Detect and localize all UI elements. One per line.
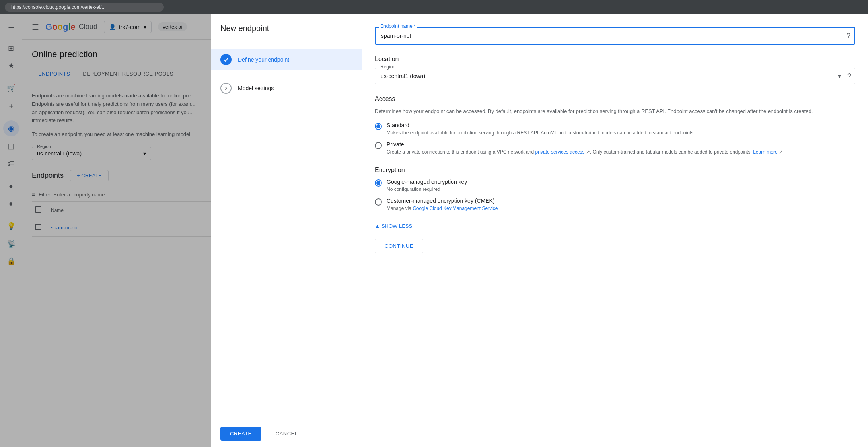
region-select-wrapper: Region us-central1 (Iowa) ▾ ?: [375, 68, 855, 84]
location-title: Location: [375, 56, 855, 63]
step-2-indicator: 2: [220, 83, 232, 94]
form-panel: Endpoint name * ? Location Region us-cen…: [362, 14, 868, 447]
wizard-actions: CREATE CANCEL: [211, 420, 362, 447]
continue-button[interactable]: CONTINUE: [375, 239, 423, 253]
encryption-cmek-text: Customer-managed encryption key (CMEK) M…: [387, 198, 498, 212]
access-radio-group: Standard Makes the endpoint available fo…: [375, 122, 855, 155]
encryption-cmek-desc: Manage via Google Cloud Key Management S…: [387, 205, 498, 212]
learn-more-link[interactable]: Learn more: [753, 149, 777, 155]
wizard-steps: Define your endpoint 2 Model settings: [211, 43, 362, 420]
access-description: Determines how your endpoint can be acce…: [375, 107, 855, 116]
encryption-cmek-label: Customer-managed encryption key (CMEK): [387, 198, 498, 204]
access-private-option[interactable]: Private Create a private connection to t…: [375, 141, 855, 155]
endpoint-name-section: Endpoint name * ?: [375, 27, 855, 45]
wizard-step-2[interactable]: 2 Model settings: [211, 78, 362, 99]
access-standard-desc: Makes the endpoint available for predict…: [387, 129, 695, 136]
endpoint-name-help-icon[interactable]: ?: [847, 32, 850, 40]
wizard-header: New endpoint: [211, 14, 362, 43]
region-select-label: Region: [379, 64, 397, 70]
step-2-label: Model settings: [238, 85, 274, 91]
access-standard-option[interactable]: Standard Makes the endpoint available fo…: [375, 122, 855, 136]
encryption-google-radio[interactable]: [375, 179, 382, 187]
endpoint-name-field-wrapper: Endpoint name * ?: [375, 27, 855, 45]
step-1-indicator: [220, 54, 232, 65]
access-private-label: Private: [387, 141, 783, 148]
wizard-title: New endpoint: [220, 24, 352, 33]
encryption-google-option[interactable]: Google-managed encryption key No configu…: [375, 179, 855, 193]
access-private-desc: Create a private connection to this endp…: [387, 148, 783, 155]
access-standard-text: Standard Makes the endpoint available fo…: [387, 122, 695, 136]
wizard-cancel-button[interactable]: CANCEL: [266, 427, 307, 441]
browser-url: https://console.cloud.google.com/vertex-…: [5, 3, 164, 12]
show-less-link[interactable]: ▲ SHOW LESS: [375, 223, 855, 229]
wizard-panel: New endpoint Define your endpoint: [211, 14, 362, 447]
step-1-label: Define your endpoint: [238, 56, 289, 63]
show-less-label: SHOW LESS: [381, 223, 412, 229]
encryption-section: Encryption Google-managed encryption key…: [375, 167, 855, 212]
encryption-cmek-option[interactable]: Customer-managed encryption key (CMEK) M…: [375, 198, 855, 212]
kms-link[interactable]: Google Cloud Key Management Service: [413, 206, 498, 211]
modal-overlay: New endpoint Define your endpoint: [22, 14, 868, 447]
encryption-google-label: Google-managed encryption key: [387, 179, 467, 185]
access-private-text: Private Create a private connection to t…: [387, 141, 783, 155]
access-private-radio[interactable]: [375, 142, 382, 149]
encryption-cmek-radio[interactable]: [375, 198, 382, 206]
access-section: Access Determines how your endpoint can …: [375, 95, 855, 155]
encryption-radio-group: Google-managed encryption key No configu…: [375, 179, 855, 212]
chevron-up-icon: ▲: [375, 223, 380, 229]
wizard-step-1[interactable]: Define your endpoint: [211, 49, 362, 70]
endpoint-name-input[interactable]: [375, 27, 855, 45]
access-title: Access: [375, 95, 855, 103]
browser-bar: https://console.cloud.google.com/vertex-…: [0, 0, 868, 14]
encryption-google-desc: No configuration required: [387, 186, 467, 193]
access-standard-label: Standard: [387, 122, 695, 128]
location-section: Location Region us-central1 (Iowa) ▾ ?: [375, 56, 855, 84]
private-services-access-link[interactable]: private services access: [535, 149, 585, 155]
endpoint-name-label: Endpoint name *: [379, 23, 417, 29]
region-select[interactable]: us-central1 (Iowa): [375, 68, 855, 84]
region-select-help-icon[interactable]: ?: [847, 72, 851, 80]
access-standard-radio[interactable]: [375, 123, 382, 130]
encryption-title: Encryption: [375, 167, 855, 174]
wizard-create-button[interactable]: CREATE: [220, 427, 261, 441]
encryption-google-text: Google-managed encryption key No configu…: [387, 179, 467, 193]
